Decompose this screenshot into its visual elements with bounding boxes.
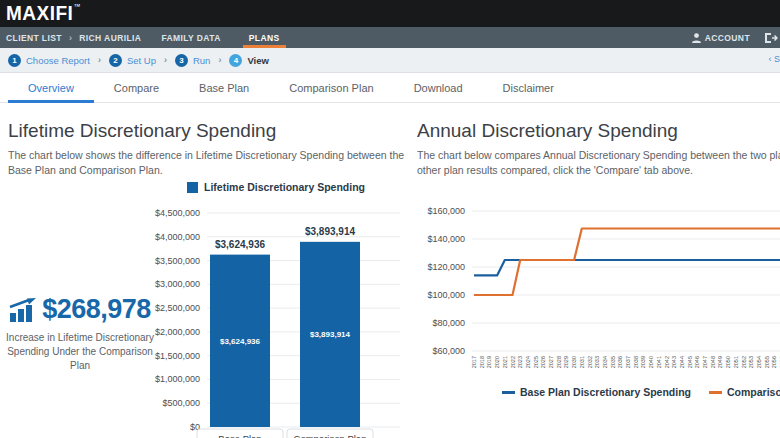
bar-legend-label: Lifetime Discretionary Spending <box>204 181 365 193</box>
svg-text:2021: 2021 <box>502 356 508 368</box>
step-3-circle: 3 <box>175 54 188 67</box>
nav-right: ACCOUNT <box>692 27 780 48</box>
svg-text:$4,500,000: $4,500,000 <box>155 208 200 218</box>
svg-text:2018: 2018 <box>479 356 485 368</box>
svg-text:2020: 2020 <box>494 356 500 368</box>
trademark: ™ <box>73 2 81 10</box>
svg-text:$4,000,000: $4,000,000 <box>155 232 200 242</box>
lifetime-spending-bar-chart: Lifetime Discretionary Spending $0$500,0… <box>152 180 400 438</box>
legend-item-base-plan: Base Plan Discretionary Spending <box>502 386 691 398</box>
svg-text:2045: 2045 <box>687 356 693 368</box>
svg-text:2053: 2053 <box>748 356 754 368</box>
legend-swatch <box>187 182 198 193</box>
nav-item-family-data[interactable]: FAMILY DATA <box>147 27 234 48</box>
bar-chart-legend: Lifetime Discretionary Spending <box>152 180 400 194</box>
base-plan-line-swatch <box>502 391 515 394</box>
tab-compare[interactable]: Compare <box>94 73 179 102</box>
svg-text:$3,893,914: $3,893,914 <box>305 226 355 237</box>
corner-link-fragment[interactable]: ‹ S <box>768 54 780 64</box>
svg-text:$3,893,914: $3,893,914 <box>310 330 351 339</box>
svg-text:2055: 2055 <box>764 356 770 368</box>
stat-caption: Increase in Lifetime Discretionary Spend… <box>0 331 160 373</box>
account-label: ACCOUNT <box>705 33 750 43</box>
account-button[interactable]: ACCOUNT <box>692 33 750 43</box>
top-bar: MAXIFI™ <box>0 0 780 27</box>
svg-text:2027: 2027 <box>548 356 554 368</box>
tab-overview[interactable]: Overview <box>8 73 94 102</box>
tab-comparison-plan[interactable]: Comparison Plan <box>269 73 393 102</box>
right-panel-description: The chart below compares Annual Discreti… <box>417 148 780 178</box>
comparison-plan-line-swatch <box>709 391 722 394</box>
svg-text:2047: 2047 <box>702 356 708 368</box>
maxifi-logo[interactable]: MAXIFI™ <box>6 2 81 26</box>
tab-base-plan[interactable]: Base Plan <box>179 73 269 102</box>
line-chart-plot: $160,000$140,000$120,000$100,000$80,000$… <box>417 194 780 377</box>
svg-text:2054: 2054 <box>756 356 762 368</box>
step-view[interactable]: 4 View <box>229 54 268 67</box>
increase-chart-icon <box>9 298 37 322</box>
svg-text:2051: 2051 <box>733 356 739 368</box>
svg-text:$80,000: $80,000 <box>432 318 465 328</box>
svg-text:2038: 2038 <box>633 356 639 368</box>
svg-text:2023: 2023 <box>517 356 523 368</box>
left-panel-description: The chart below shows the difference in … <box>8 148 408 178</box>
svg-text:$3,624,936: $3,624,936 <box>215 239 265 250</box>
svg-text:2034: 2034 <box>602 356 608 368</box>
left-panel-title: Lifetime Discretionary Spending <box>8 120 276 142</box>
breadcrumb: CLIENT LIST › RICH AURILIA <box>0 27 147 48</box>
svg-text:2046: 2046 <box>694 356 700 368</box>
svg-text:2024: 2024 <box>525 356 531 368</box>
svg-text:2048: 2048 <box>710 356 716 368</box>
stat-value: $268,978 <box>42 294 151 325</box>
svg-text:$2,000,000: $2,000,000 <box>155 327 200 337</box>
tab-disclaimer[interactable]: Disclaimer <box>483 73 574 102</box>
svg-text:$140,000: $140,000 <box>427 234 465 244</box>
svg-text:$3,500,000: $3,500,000 <box>155 256 200 266</box>
svg-text:$1,500,000: $1,500,000 <box>155 351 200 361</box>
tab-download[interactable]: Download <box>394 73 483 102</box>
wizard-steps: 1 Choose Report › 2 Set Up › 3 Run › 4 V… <box>0 48 780 73</box>
svg-text:Base Plan: Base Plan <box>218 433 261 438</box>
step-4-circle: 4 <box>229 54 242 67</box>
svg-text:2029: 2029 <box>563 356 569 368</box>
svg-text:2036: 2036 <box>617 356 623 368</box>
logout-icon[interactable] <box>764 32 778 44</box>
nav-item-plans[interactable]: PLANS <box>235 27 294 48</box>
svg-text:2025: 2025 <box>533 356 539 368</box>
step-separator: › <box>98 55 101 65</box>
main-nav: CLIENT LIST › RICH AURILIA FAMILY DATA P… <box>0 27 780 48</box>
step-4-label: View <box>247 55 268 66</box>
svg-text:2026: 2026 <box>540 356 546 368</box>
step-run[interactable]: 3 Run <box>175 54 210 67</box>
svg-text:2049: 2049 <box>717 356 723 368</box>
step-1-circle: 1 <box>8 54 21 67</box>
svg-text:2056: 2056 <box>771 356 777 368</box>
step-1-label: Choose Report <box>26 55 90 66</box>
svg-text:2040: 2040 <box>648 356 654 368</box>
step-2-label: Set Up <box>127 55 156 66</box>
svg-text:2039: 2039 <box>640 356 646 368</box>
breadcrumb-client-name[interactable]: RICH AURILIA <box>73 33 147 43</box>
svg-text:2033: 2033 <box>594 356 600 368</box>
svg-text:2052: 2052 <box>741 356 747 368</box>
svg-text:2028: 2028 <box>556 356 562 368</box>
svg-text:2035: 2035 <box>610 356 616 368</box>
step-choose-report[interactable]: 1 Choose Report <box>8 54 90 67</box>
comparison-plan-legend-label: Comparison Plan Discretionary Spending <box>727 386 780 398</box>
base-plan-legend-label: Base Plan Discretionary Spending <box>520 386 691 398</box>
stat-block: $268,978 Increase in Lifetime Discretion… <box>0 294 160 373</box>
step-separator: › <box>218 55 221 65</box>
legend-item-comparison-plan: Comparison Plan Discretionary Spending <box>709 386 780 398</box>
bar-chart-plot: $0$500,000$1,000,000$1,500,000$2,000,000… <box>152 200 400 438</box>
svg-text:2019: 2019 <box>486 356 492 368</box>
svg-text:$120,000: $120,000 <box>427 262 465 272</box>
step-set-up[interactable]: 2 Set Up <box>109 54 156 67</box>
svg-text:2037: 2037 <box>625 356 631 368</box>
svg-text:2022: 2022 <box>510 356 516 368</box>
step-3-label: Run <box>193 55 210 66</box>
breadcrumb-client-list[interactable]: CLIENT LIST <box>0 33 68 43</box>
svg-text:$60,000: $60,000 <box>432 346 465 356</box>
svg-text:$160,000: $160,000 <box>427 206 465 216</box>
svg-text:2031: 2031 <box>579 356 585 368</box>
svg-text:$100,000: $100,000 <box>427 290 465 300</box>
